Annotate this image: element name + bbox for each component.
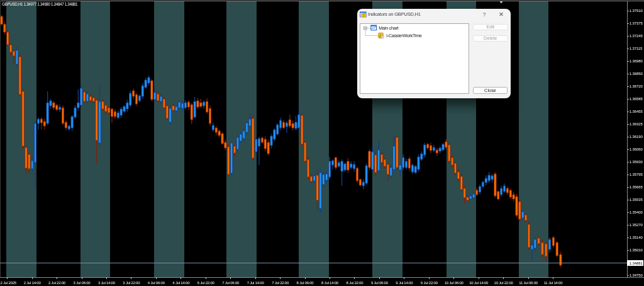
- svg-text:7 Jul 14:00: 7 Jul 14:00: [247, 281, 265, 285]
- svg-text:1.35665: 1.35665: [630, 185, 643, 189]
- svg-text:2 Jul 2025: 2 Jul 2025: [1, 281, 17, 285]
- svg-text:GBPUSD,H1 1.34977 1.34980 1.3: GBPUSD,H1 1.34977 1.34980 1.34847 1.3488…: [2, 2, 78, 6]
- svg-text:4 Jul 14:00: 4 Jul 14:00: [172, 281, 190, 285]
- svg-text:1.35270: 1.35270: [630, 223, 643, 227]
- svg-text:8 Jul 06:00: 8 Jul 06:00: [297, 281, 314, 285]
- svg-text:2 Jul 14:00: 2 Jul 14:00: [24, 281, 42, 285]
- svg-text:1.35140: 1.35140: [630, 236, 643, 239]
- svg-text:6 Jul 22:00: 6 Jul 22:00: [197, 281, 215, 285]
- svg-text:7 Jul 06:00: 7 Jul 06:00: [222, 281, 240, 285]
- svg-text:1.36325: 1.36325: [630, 122, 643, 126]
- svg-text:1.37245: 1.37245: [630, 34, 643, 38]
- svg-text:3 Jul 14:00: 3 Jul 14:00: [98, 281, 116, 285]
- svg-text:1.35400: 1.35400: [630, 210, 643, 214]
- svg-text:3 Jul 06:00: 3 Jul 06:00: [74, 281, 91, 285]
- svg-text:1.35535: 1.35535: [630, 198, 643, 202]
- svg-text:10 Jul 14:00: 10 Jul 14:00: [469, 281, 489, 285]
- svg-text:9 Jul 14:00: 9 Jul 14:00: [396, 281, 413, 285]
- svg-text:10 Jul 22:00: 10 Jul 22:00: [494, 281, 514, 285]
- svg-text:1.34881: 1.34881: [630, 261, 643, 265]
- svg-text:1.36060: 1.36060: [630, 147, 643, 151]
- svg-text:1.35795: 1.35795: [630, 173, 643, 176]
- svg-text:1.36585: 1.36585: [630, 97, 643, 101]
- svg-text:11 Jul 14:00: 11 Jul 14:00: [544, 281, 563, 285]
- svg-text:1.35010: 1.35010: [630, 248, 643, 252]
- svg-text:2 Jul 22:00: 2 Jul 22:00: [48, 281, 66, 285]
- svg-text:3 Jul 22:00: 3 Jul 22:00: [123, 281, 140, 285]
- svg-text:1.36720: 1.36720: [630, 84, 643, 88]
- svg-text:1.37510: 1.37510: [630, 9, 643, 13]
- svg-text:1.36190: 1.36190: [630, 135, 643, 139]
- svg-text:1.34750: 1.34750: [630, 273, 643, 277]
- svg-text:1.36980: 1.36980: [630, 59, 643, 63]
- svg-text:4 Jul 06:00: 4 Jul 06:00: [148, 281, 165, 285]
- svg-text:8 Jul 14:00: 8 Jul 14:00: [321, 281, 339, 285]
- svg-text:7 Jul 22:00: 7 Jul 22:00: [272, 281, 289, 285]
- svg-text:11 Jul 06:00: 11 Jul 06:00: [519, 281, 538, 285]
- svg-text:1.37115: 1.37115: [630, 47, 643, 50]
- svg-text:9 Jul 22:00: 9 Jul 22:00: [421, 281, 438, 285]
- svg-text:1.36850: 1.36850: [630, 72, 643, 76]
- svg-text:9 Jul 06:00: 9 Jul 06:00: [371, 281, 389, 285]
- svg-text:8 Jul 22:00: 8 Jul 22:00: [346, 281, 364, 285]
- svg-text:1.36455: 1.36455: [630, 110, 643, 113]
- svg-text:10 Jul 06:00: 10 Jul 06:00: [445, 281, 464, 285]
- svg-text:1.35930: 1.35930: [630, 160, 643, 164]
- svg-text:1.37375: 1.37375: [630, 21, 643, 25]
